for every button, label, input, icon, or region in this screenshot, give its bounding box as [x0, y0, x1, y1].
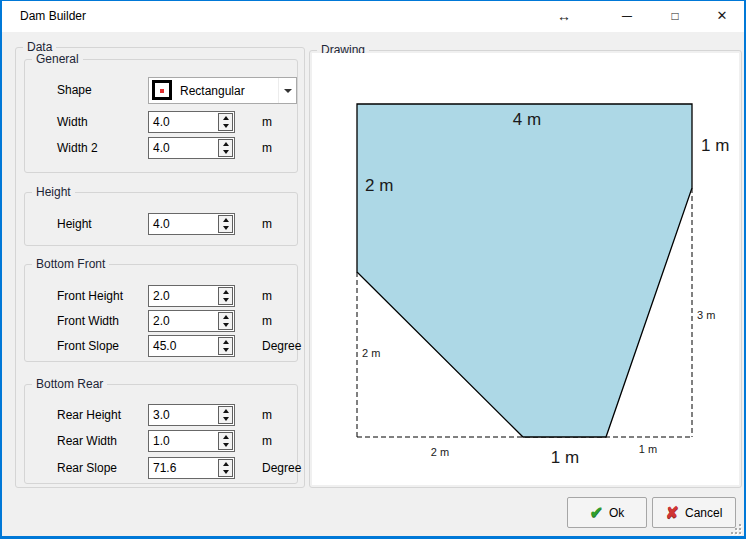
spin-up-icon[interactable] — [219, 216, 232, 224]
maximize-button[interactable]: □ — [659, 1, 691, 31]
spin-down-icon[interactable] — [219, 224, 232, 232]
spin-up-icon[interactable] — [219, 407, 232, 415]
rear-height-input[interactable]: 3.0 — [148, 404, 235, 426]
front-height-input[interactable]: 2.0 — [148, 285, 235, 307]
ok-button[interactable]: ✔ Ok — [567, 497, 647, 528]
dim-right-upper: 1 m — [701, 136, 729, 155]
width-input[interactable]: 4.0 — [148, 111, 235, 133]
rectangle-shape-icon — [152, 80, 172, 100]
dim-right-lower: 3 m — [697, 309, 715, 321]
rear-slope-label: Rear Slope — [57, 461, 117, 475]
rear-slope-unit: Degree — [262, 461, 301, 475]
rear-height-spinner-buttons[interactable] — [218, 406, 233, 424]
front-slope-label: Front Slope — [57, 339, 119, 353]
front-height-unit: m — [262, 289, 272, 303]
bottom-front-groupbox-title: Bottom Front — [32, 257, 109, 271]
dam-drawing-canvas: 4 m 1 m 2 m 3 m 2 m 2 m 1 m 1 m — [312, 53, 739, 485]
width2-label: Width 2 — [57, 141, 98, 155]
spin-up-icon[interactable] — [219, 433, 232, 441]
spin-down-icon[interactable] — [219, 122, 232, 130]
spin-up-icon[interactable] — [219, 114, 232, 122]
rear-slope-spinner-buttons[interactable] — [218, 459, 233, 477]
ok-button-label: Ok — [609, 506, 624, 520]
rear-height-label: Rear Height — [57, 408, 121, 422]
general-groupbox-title: General — [32, 52, 83, 66]
dam-builder-window: Dam Builder ↔ ─ □ ✕ Data General Shape R… — [0, 0, 746, 539]
front-width-spinner-buttons[interactable] — [218, 312, 233, 330]
shape-value: Rectangular — [180, 84, 245, 98]
spin-up-icon[interactable] — [219, 288, 232, 296]
general-groupbox: General Shape Rectangular Width 4.0 m Wi… — [24, 59, 298, 173]
dam-drawing-svg: 4 m 1 m 2 m 3 m 2 m 2 m 1 m 1 m — [312, 53, 739, 485]
height-label: Height — [57, 217, 92, 231]
window-title: Dam Builder — [20, 9, 86, 23]
spin-down-icon[interactable] — [219, 321, 232, 329]
width2-unit: m — [262, 141, 272, 155]
front-width-input[interactable]: 2.0 — [148, 310, 235, 332]
width-spinner-buttons[interactable] — [218, 113, 233, 131]
spin-down-icon[interactable] — [219, 346, 232, 354]
rear-width-spinner-buttons[interactable] — [218, 432, 233, 450]
shape-label: Shape — [57, 83, 92, 97]
dim-bottom-center: 1 m — [551, 448, 579, 467]
dam-cross-section-polygon — [357, 104, 692, 437]
chevron-down-icon[interactable] — [278, 78, 296, 103]
width-label: Width — [57, 115, 88, 129]
bottom-rear-groupbox-title: Bottom Rear — [32, 377, 107, 391]
bottom-front-groupbox: Bottom Front Front Height 2.0 m Front Wi… — [24, 264, 298, 362]
spin-down-icon[interactable] — [219, 415, 232, 423]
front-height-spinner-buttons[interactable] — [218, 287, 233, 305]
rear-height-unit: m — [262, 408, 272, 422]
drawing-groupbox: Drawing 4 m 1 m 2 m 3 m 2 m 2 m 1 m 1 m — [309, 50, 742, 488]
dim-top-width: 4 m — [513, 110, 541, 129]
height-groupbox-title: Height — [32, 185, 75, 199]
dim-bottom-rear: 1 m — [639, 443, 657, 455]
dim-left-lower: 2 m — [362, 347, 380, 359]
front-slope-unit: Degree — [262, 339, 301, 353]
shape-dot-icon — [160, 89, 164, 93]
front-slope-input[interactable]: 45.0 — [148, 335, 235, 357]
data-groupbox: Data General Shape Rectangular Width 4.0… — [15, 47, 305, 488]
spin-up-icon[interactable] — [219, 140, 232, 148]
cancel-button-label: Cancel — [685, 506, 722, 520]
front-height-label: Front Height — [57, 289, 123, 303]
spin-up-icon[interactable] — [219, 313, 232, 321]
height-spinner-buttons[interactable] — [218, 215, 233, 233]
minimize-button[interactable]: ─ — [611, 1, 643, 31]
title-bar: Dam Builder ↔ ─ □ ✕ — [2, 1, 744, 32]
front-slope-spinner-buttons[interactable] — [218, 337, 233, 355]
rear-width-unit: m — [262, 434, 272, 448]
spin-down-icon[interactable] — [219, 468, 232, 476]
resize-arrows-icon[interactable]: ↔ — [548, 1, 580, 31]
rear-slope-input[interactable]: 71.6 — [148, 457, 235, 479]
close-button[interactable]: ✕ — [706, 1, 738, 31]
bottom-rear-groupbox: Bottom Rear Rear Height 3.0 m Rear Width… — [24, 384, 298, 484]
spin-up-icon[interactable] — [219, 460, 232, 468]
red-x-icon: ✘ — [666, 505, 679, 521]
rear-width-label: Rear Width — [57, 434, 117, 448]
width2-input[interactable]: 4.0 — [148, 137, 235, 159]
resize-grip[interactable] — [729, 522, 741, 534]
width2-spinner-buttons[interactable] — [218, 139, 233, 157]
spin-down-icon[interactable] — [219, 148, 232, 156]
rear-width-input[interactable]: 1.0 — [148, 430, 235, 452]
height-input[interactable]: 4.0 — [148, 213, 235, 235]
dim-bottom-front: 2 m — [431, 446, 449, 458]
height-unit: m — [262, 217, 272, 231]
cancel-button[interactable]: ✘ Cancel — [652, 497, 736, 528]
spin-down-icon[interactable] — [219, 296, 232, 304]
checkmark-icon: ✔ — [590, 505, 603, 521]
spin-down-icon[interactable] — [219, 441, 232, 449]
width-unit: m — [262, 115, 272, 129]
spin-up-icon[interactable] — [219, 338, 232, 346]
front-width-unit: m — [262, 314, 272, 328]
height-groupbox: Height Height 4.0 m — [24, 192, 298, 246]
front-width-label: Front Width — [57, 314, 119, 328]
dim-left-upper: 2 m — [365, 176, 393, 195]
shape-select[interactable]: Rectangular — [148, 77, 297, 104]
